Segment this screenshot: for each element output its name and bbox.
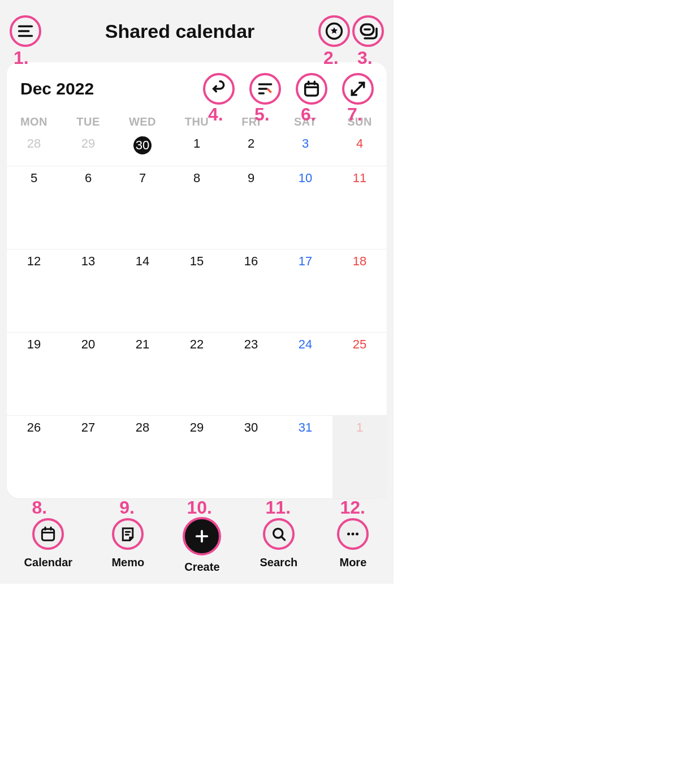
tab-label: Create (184, 561, 219, 574)
day-number: 31 (299, 420, 312, 435)
favorites-button[interactable]: 2. (319, 16, 349, 46)
calendar-day[interactable]: 12 (7, 249, 61, 332)
calendar-day[interactable]: 15 (170, 249, 224, 332)
day-number: 15 (190, 254, 204, 269)
annotation-label: 8. (32, 497, 47, 518)
annotation-label: 11. (266, 497, 291, 518)
calendar-day[interactable]: 25 (332, 332, 387, 415)
calendar-day[interactable]: 22 (170, 332, 224, 415)
svg-point-25 (352, 533, 355, 536)
day-number: 30 (244, 420, 258, 435)
annotation-label: 12. (340, 497, 365, 518)
calendar-day[interactable]: 7 (115, 166, 170, 249)
calendar-day[interactable]: 13 (61, 249, 115, 332)
expand-icon (349, 80, 367, 98)
calendar-day[interactable]: 14 (115, 249, 170, 332)
day-number: 16 (244, 254, 258, 269)
tab-label: Memo (111, 556, 144, 569)
day-number: 27 (81, 420, 95, 435)
filter-pin-icon (256, 80, 274, 98)
calendar-day[interactable]: 20 (61, 332, 115, 415)
day-number: 23 (244, 337, 258, 352)
tab-create[interactable]: 10. Create (183, 518, 221, 574)
today-button[interactable]: 6. (296, 74, 327, 104)
calendar-day[interactable]: 21 (115, 332, 170, 415)
day-number: 30 (133, 136, 152, 154)
day-number: 3 (302, 136, 309, 151)
plus-icon (193, 527, 211, 545)
day-number: 28 (136, 420, 149, 435)
annotation-label: 10. (187, 497, 211, 518)
calendar-day[interactable]: 4 (332, 132, 387, 166)
inbox-button[interactable]: 3. (353, 16, 383, 46)
calendar-day[interactable]: 18 (332, 249, 387, 332)
day-number: 22 (190, 337, 204, 352)
day-number: 6 (85, 171, 92, 186)
calendar-day[interactable]: 8 (170, 166, 224, 249)
expand-button[interactable]: 7. (343, 74, 373, 104)
day-number: 19 (27, 337, 41, 352)
calendar-day[interactable]: 23 (224, 332, 278, 415)
calendar-day[interactable]: 28 (115, 415, 170, 498)
calendar-day[interactable]: 27 (61, 415, 115, 498)
search-icon (270, 526, 287, 542)
calendar-day[interactable]: 29 (170, 415, 224, 498)
bottom-tab-bar: 8. Calendar 9. Memo 10. Create 11. (0, 498, 394, 584)
day-number: 29 (190, 420, 204, 435)
tab-memo[interactable]: 9. Memo (111, 518, 144, 574)
undo-icon (210, 80, 228, 98)
calendar-day[interactable]: 11 (332, 166, 387, 249)
dow-label: WED (115, 115, 170, 128)
calendar-day[interactable]: 16 (224, 249, 278, 332)
tab-calendar[interactable]: 8. Calendar (24, 518, 73, 574)
day-number: 26 (27, 420, 41, 435)
dow-label: TUE (61, 115, 115, 128)
star-circle-icon (325, 21, 344, 41)
calendar-day[interactable]: 5 (7, 166, 61, 249)
tab-search[interactable]: 11. Search (260, 518, 298, 574)
day-number: 18 (353, 254, 366, 269)
month-label[interactable]: Dec 2022 (20, 79, 204, 98)
calendar-day[interactable]: 6 (61, 166, 115, 249)
tab-label: More (339, 556, 366, 569)
dow-label: THU (170, 115, 224, 128)
calendar-day[interactable]: 19 (7, 332, 61, 415)
inbox-icon (358, 21, 378, 41)
calendar-day[interactable]: 30 (115, 132, 170, 166)
calendar-day[interactable]: 17 (278, 249, 332, 332)
filter-button[interactable]: 5. (250, 74, 280, 104)
calendar-day[interactable]: 30 (224, 415, 278, 498)
annotation-label: 9. (119, 497, 135, 518)
calendar-day[interactable]: 29 (61, 132, 115, 166)
day-number: 10 (299, 171, 312, 186)
calendar-day[interactable]: 28 (7, 132, 61, 166)
day-number: 14 (136, 254, 149, 269)
calendar-day[interactable]: 10 (278, 166, 332, 249)
dow-label: MON (7, 115, 61, 128)
calendar-day[interactable]: 31 (278, 415, 332, 498)
calendar-day[interactable]: 1 (332, 415, 387, 498)
calendar-day[interactable]: 2 (224, 132, 278, 166)
calendar-grid[interactable]: 2829301234567891011121314151617181920212… (7, 132, 387, 498)
svg-line-23 (282, 537, 285, 540)
calendar-day[interactable]: 3 (278, 132, 332, 166)
svg-point-24 (347, 533, 350, 536)
day-number: 13 (81, 254, 95, 269)
undo-button[interactable]: 4. (204, 74, 234, 104)
calendar-card: Dec 2022 4. 5. 6. (7, 62, 387, 498)
day-number: 1 (193, 136, 200, 151)
calendar-day[interactable]: 24 (278, 332, 332, 415)
menu-icon (16, 21, 35, 41)
page-title: Shared calendar (41, 20, 319, 42)
more-icon (344, 526, 361, 542)
calendar-day[interactable]: 26 (7, 415, 61, 498)
day-number: 5 (31, 171, 37, 186)
menu-button[interactable]: 1. (10, 16, 41, 46)
tab-more[interactable]: 12. More (336, 518, 369, 574)
day-number: 1 (356, 420, 363, 435)
calendar-day[interactable]: 1 (170, 132, 224, 166)
calendar-day[interactable]: 9 (224, 166, 278, 249)
memo-icon (119, 526, 136, 542)
tab-label: Calendar (24, 556, 73, 569)
dow-label: FRI (224, 115, 278, 128)
